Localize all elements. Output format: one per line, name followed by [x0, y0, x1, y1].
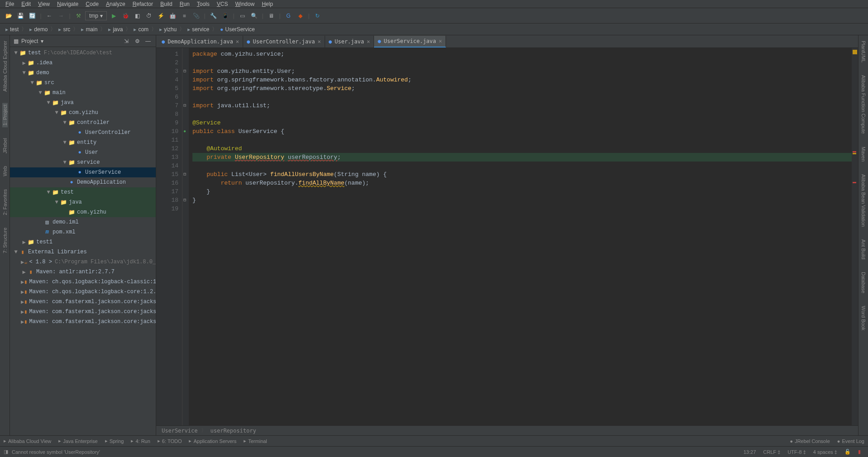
menu-edit[interactable]: Edit [18, 1, 34, 7]
tree-item[interactable]: ▶☕< 1.8 >C:\Program Files\Java\jdk1.8.0_… [10, 257, 156, 267]
tree-item[interactable]: ▼📁controller [10, 118, 156, 128]
tree-item[interactable]: ▶▮Maven: ch.qos.logback:logback-core:1.2… [10, 287, 156, 297]
tab-UserController[interactable]: ●UserController.java× [243, 36, 325, 48]
breadcrumb-UserService[interactable]: ● UserService [218, 26, 257, 33]
left-tool-alibaba-cloud-explorer[interactable]: Alibaba Cloud Explorer [2, 39, 8, 94]
open-icon[interactable]: 📂 [4, 11, 14, 21]
chevron-down-icon[interactable]: ▾ [41, 38, 43, 44]
fold-icon[interactable]: ⊟ [183, 67, 188, 71]
tree-item[interactable]: ▶📁.idea [10, 58, 156, 68]
fold-icon[interactable]: ⊟ [183, 170, 188, 175]
menu-help[interactable]: Help [258, 1, 277, 7]
left-tool-7-structure[interactable]: 7: Structure [2, 226, 8, 255]
search-icon[interactable]: 🔍 [249, 11, 259, 21]
hide-icon[interactable]: — [144, 38, 152, 44]
left-tool-2-favorites[interactable]: 2: Favorites [2, 187, 8, 217]
avd-icon[interactable]: ▭ [237, 11, 247, 21]
breadcrumb-demo[interactable]: ▸ demo [28, 26, 49, 33]
collapse-icon[interactable]: ⇲ [122, 38, 130, 44]
bottom-tool-4-run[interactable]: ▸ 4: Run [131, 438, 150, 444]
breadcrumb-main[interactable]: ▸ main [79, 26, 99, 33]
breadcrumb-com[interactable]: ▸ com [132, 26, 150, 33]
tree-item[interactable]: ▶▮Maven: com.fasterxml.jackson.core:jack… [10, 307, 156, 317]
run-config-dropdown[interactable]: tmp ▾ [85, 11, 107, 20]
menu-file[interactable]: File [2, 1, 18, 7]
tree-item[interactable]: 📁com.yizhu [10, 207, 156, 217]
profile-icon[interactable]: ⏱ [144, 11, 154, 21]
coverage-icon[interactable]: ◧ [132, 11, 142, 21]
tree-item[interactable]: ▼📁test [10, 187, 156, 197]
hammer-icon[interactable]: ⚒ [73, 11, 83, 21]
tree-item[interactable]: ▼📁java [10, 98, 156, 108]
tab-UserService[interactable]: ●UserService.java× [374, 36, 446, 48]
tree-item[interactable]: mpom.xml [10, 227, 156, 237]
inspection-icon[interactable]: ▮ [854, 449, 864, 455]
breadcrumb-src[interactable]: ▸ src [57, 26, 72, 33]
indent-setting[interactable]: 4 spaces ‡ [810, 449, 841, 455]
error-mark[interactable] [853, 182, 856, 183]
tree-item[interactable]: ▼📁service [10, 157, 156, 167]
right-tool-plantuml[interactable]: PlantUML [861, 39, 866, 64]
save-icon[interactable]: 💾 [15, 11, 25, 21]
close-icon[interactable]: × [367, 38, 370, 45]
bottom-tool-alibaba-cloud-view[interactable]: ▸ Alibaba Cloud View [4, 438, 51, 444]
warning-mark[interactable] [853, 153, 856, 154]
menu-tools[interactable]: Tools [193, 1, 213, 7]
right-tool-database[interactable]: Database [861, 270, 866, 295]
run-gutter-icon[interactable]: ● [183, 127, 188, 132]
project-tree[interactable]: ▼📁testF:\code\IDEACode\test▶📁.idea▼📁demo… [10, 47, 156, 435]
back-icon[interactable]: ← [44, 11, 54, 21]
menu-run[interactable]: Run [176, 1, 193, 7]
editor-crumb-item[interactable]: UserService [162, 428, 197, 434]
bottom-tool-jrebel-console[interactable]: ● JRebel Console [790, 438, 830, 444]
close-icon[interactable]: × [236, 38, 239, 45]
sonar-icon[interactable]: ◆ [295, 11, 305, 21]
fold-icon[interactable]: ⊟ [183, 101, 188, 106]
android-icon[interactable]: 🤖 [168, 11, 177, 21]
bottom-tool-terminal[interactable]: ▸ Terminal [244, 438, 267, 444]
menu-build[interactable]: Build [157, 1, 176, 7]
menu-code[interactable]: Code [82, 1, 102, 7]
right-tool-alibaba-bean-validation[interactable]: Alibaba Bean Validation [861, 172, 866, 228]
right-tool-alibaba-function-compute[interactable]: Alibaba Function Compute [861, 73, 866, 136]
tree-item[interactable]: ●UserController [10, 128, 156, 138]
code-content[interactable]: package com.yizhu.service;import com.yiz… [189, 48, 852, 425]
tree-item[interactable]: ▶▮Maven: ch.qos.logback:logback-classic:… [10, 277, 156, 287]
tree-item[interactable]: ▶▮Maven: com.fasterxml.jackson.core:jack… [10, 317, 156, 327]
sync-icon[interactable]: 🔄 [27, 11, 37, 21]
tab-DemoApplication[interactable]: ●DemoApplication.java× [158, 36, 243, 48]
left-tool-1-project[interactable]: 1: Project [2, 103, 8, 127]
menu-view[interactable]: View [34, 1, 53, 7]
jrebel-run-icon[interactable]: ⚡ [156, 11, 166, 21]
tree-item[interactable]: ▼📁main [10, 88, 156, 98]
bottom-tool-application-servers[interactable]: ▸ Application Servers [189, 438, 236, 444]
file-encoding[interactable]: UTF-8 ‡ [784, 449, 809, 455]
gear-icon[interactable]: ⚙ [133, 38, 141, 44]
breadcrumb-yizhu[interactable]: ▸ yizhu [158, 26, 178, 33]
bottom-tool-java-enterprise[interactable]: ▸ Java Enterprise [58, 438, 97, 444]
menu-window[interactable]: Window [231, 1, 258, 7]
sdk-icon[interactable]: 📱 [220, 11, 230, 21]
line-separator[interactable]: CRLF ‡ [760, 449, 784, 455]
bottom-tool-6-todo[interactable]: ▸ 6: TODO [158, 438, 182, 444]
code-editor[interactable]: 12345678910111213141516171819 ⊟ ⊟ ● ⊟ ⊟ … [156, 48, 858, 425]
tree-item[interactable]: ▼📁com.yizhu [10, 108, 156, 118]
warning-mark[interactable] [853, 50, 857, 54]
bottom-tool-event-log[interactable]: ● Event Log [837, 438, 864, 444]
wrench-icon[interactable]: 🔧 [208, 11, 218, 21]
tree-item[interactable]: ▼📁src [10, 78, 156, 88]
menu-vcs[interactable]: VCS [213, 1, 232, 7]
tree-item[interactable]: ▶▮Maven: com.fasterxml.jackson.core:jack… [10, 297, 156, 307]
tree-item[interactable]: ●User [10, 148, 156, 157]
right-tool-word-book[interactable]: Word Book [861, 304, 866, 332]
menu-refactor[interactable]: Refactor [129, 1, 157, 7]
stop-icon[interactable]: ■ [179, 11, 189, 21]
tab-User[interactable]: ●User.java× [325, 36, 374, 48]
menu-navigate[interactable]: Navigate [53, 1, 82, 7]
forward-icon[interactable]: → [56, 11, 66, 21]
tree-item[interactable]: ▼📁testF:\code\IDEACode\test [10, 48, 156, 58]
right-tool-ant-build[interactable]: Ant Build [861, 238, 866, 261]
left-tool-web[interactable]: Web [2, 164, 8, 178]
left-tool-jrebel[interactable]: JRebel [2, 136, 8, 155]
editor-crumb-item[interactable]: userRepository [210, 428, 256, 434]
